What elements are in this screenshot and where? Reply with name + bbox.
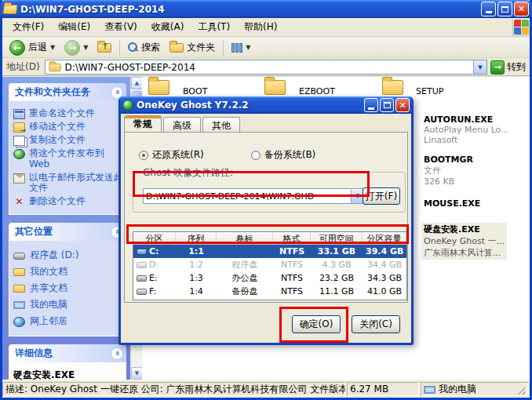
col-free[interactable]: 可用空间 — [311, 232, 363, 245]
task-label: 重命名这个文件 — [29, 108, 95, 119]
forward-dropdown-icon[interactable]: ▼ — [83, 44, 88, 51]
up-button[interactable]: ↑ — [93, 42, 115, 54]
partition-row-c[interactable]: C: 1:1 NTFS 33.1 GB 39.4 GB — [133, 245, 406, 258]
status-description: 描述: OneKey Ghost 一键还原 公司: 广东雨林木风计算机科技有限公… — [2, 382, 345, 396]
folder-icon-setup[interactable] — [382, 80, 403, 95]
toolbar-separator — [223, 40, 224, 56]
maximize-button[interactable] — [497, 2, 512, 16]
folders-button[interactable]: 文件夹 — [166, 39, 219, 56]
disk-icon — [13, 253, 25, 260]
folder-icon-boot[interactable] — [148, 80, 169, 95]
task-copy[interactable]: 复制这个文件 — [13, 135, 123, 146]
col-capacity[interactable]: 分区容量 — [363, 232, 406, 245]
place-program-disk[interactable]: 程序盘 (D:) — [13, 249, 123, 262]
task-label: 以电子邮件形式发送此文件 — [29, 173, 123, 195]
details-header[interactable]: 详细信息 » — [9, 344, 126, 362]
file-tasks-header[interactable]: 文件和文件夹任务 » — [9, 83, 126, 101]
partition-row-d[interactable]: D: 1:2 程序盘 NTFS 4.3 GB 34.4 GB — [133, 258, 406, 271]
menu-edit[interactable]: 编辑(E) — [51, 18, 97, 36]
dialog-titlebar[interactable]: OneKey Ghost Y7.2.2 ✕ — [120, 96, 412, 114]
onekey-app-icon — [122, 100, 133, 111]
task-email[interactable]: 以电子邮件形式发送此文件 — [13, 173, 123, 195]
back-button[interactable]: ← 后退 ▼ — [5, 38, 59, 57]
place-my-documents[interactable]: 我的文档 — [13, 265, 123, 278]
close-button[interactable]: ✕ — [514, 2, 529, 16]
folder-label-ezboot[interactable]: EZBOOT — [299, 86, 335, 96]
go-button[interactable]: → 转到 — [490, 60, 527, 75]
menu-help[interactable]: 帮助(H) — [237, 18, 284, 36]
search-icon — [128, 42, 138, 53]
minimize-icon — [486, 11, 492, 13]
task-delete[interactable]: ✕删除这个文件 — [13, 196, 123, 207]
menu-favorites[interactable]: 收藏(A) — [144, 18, 191, 36]
collapse-chevron-icon[interactable]: » — [111, 347, 123, 360]
window-titlebar[interactable]: D:\WIN7-GHOST-DEEP-2014 ✕ — [0, 0, 532, 18]
address-dropdown-icon[interactable]: ▼ — [473, 60, 486, 74]
open-button[interactable]: 打开(F) — [363, 187, 400, 205]
status-zone: 我的电脑 — [421, 382, 528, 396]
resize-grip[interactable] — [516, 385, 525, 395]
views-dropdown-icon[interactable]: ▼ — [246, 44, 250, 51]
task-publish-web[interactable]: 将这个文件发布到 Web — [13, 148, 123, 170]
forward-button[interactable]: → ▼ — [60, 38, 92, 57]
forward-icon: → — [64, 40, 80, 56]
partition-row-e[interactable]: E: 1:3 办公盘 NTFS 23.2 GB 34.3 GB — [133, 271, 406, 285]
dialog-minimize-button[interactable] — [364, 98, 378, 112]
tab-advanced[interactable]: 高级 — [163, 117, 201, 132]
menu-tools[interactable]: 工具(T) — [191, 18, 237, 36]
other-places-title: 其它位置 — [15, 225, 53, 238]
file-detail: 326 KB — [424, 176, 473, 187]
address-input[interactable]: D:\WIN7-GHOST-DEEP-2014 ▼ — [45, 60, 487, 75]
drive-icon — [137, 262, 147, 268]
minimize-button[interactable] — [481, 2, 496, 16]
task-move[interactable]: 移动这个文件 — [13, 122, 123, 133]
folder-label-boot[interactable]: BOOT — [183, 86, 207, 96]
search-label: 搜索 — [141, 41, 160, 54]
folder-label-setup[interactable]: SETUP — [416, 86, 443, 96]
folder-icon-ezboot[interactable] — [264, 80, 286, 95]
status-size: 6.27 MB — [347, 382, 419, 396]
restore-system-radio[interactable]: 还原系统(R) — [139, 148, 204, 162]
col-serial[interactable]: 序列 — [176, 232, 217, 245]
scroll-down-icon[interactable]: ▼ — [131, 367, 143, 380]
close-dialog-button[interactable]: 关闭(C) — [352, 315, 400, 333]
backup-system-radio[interactable]: 备份系统(B) — [251, 148, 316, 162]
back-label: 后退 — [28, 41, 47, 54]
file-detail: AutoPlay Menu Lo... — [424, 125, 509, 135]
views-button[interactable]: ▼ — [228, 42, 254, 54]
place-label: 共享文档 — [30, 282, 67, 295]
menu-view[interactable]: 查看(V) — [97, 18, 144, 36]
dialog-title: OneKey Ghost Y7.2.2 — [137, 100, 361, 111]
scroll-up-icon[interactable]: ▲ — [131, 77, 143, 89]
menu-file[interactable]: 文件(F) — [5, 18, 51, 36]
globe-icon — [13, 149, 25, 159]
tab-general[interactable]: 常规 — [124, 115, 162, 132]
dialog-maximize-button[interactable] — [380, 98, 394, 112]
file-item-autorun[interactable]: AUTORUN.EXE AutoPlay Menu Lo... Linasoft — [424, 115, 509, 145]
onekey-ghost-dialog: OneKey Ghost Y7.2.2 ✕ 常规 高级 其他 还原系统(R) 备… — [118, 96, 414, 345]
place-shared-documents[interactable]: 共享文档 — [13, 282, 123, 295]
windows-logo-icon — [512, 19, 530, 36]
dialog-tabs: 常规 高级 其他 — [124, 117, 242, 132]
file-item-hdd-install[interactable]: 硬盘安装.EXE OneKey Ghost 一... 广东雨林木风计算... — [421, 223, 507, 260]
place-network[interactable]: 网上邻居 — [13, 315, 123, 328]
file-tasks-title: 文件和文件夹任务 — [15, 85, 90, 99]
col-partition[interactable]: 分区 — [133, 232, 176, 245]
ok-button[interactable]: 确定(O) — [292, 315, 341, 333]
dialog-close-button[interactable]: ✕ — [395, 98, 410, 112]
tab-other[interactable]: 其他 — [202, 117, 240, 132]
col-format[interactable]: 格式 — [273, 232, 311, 245]
partition-row-f[interactable]: F: 1:4 备份盘 NTFS 11.1 GB 41.0 GB — [133, 285, 406, 298]
place-my-computer[interactable]: 我的电脑 — [13, 298, 123, 311]
search-button[interactable]: 搜索 — [124, 39, 164, 56]
file-item-bootmgr[interactable]: BOOTMGR 文件 326 KB — [424, 155, 473, 187]
image-path-combo[interactable]: D:\WIN7-GHOST-DEEP-2014\WIN7.GHD ▼ — [143, 188, 365, 204]
folders-label: 文件夹 — [187, 41, 215, 54]
task-rename[interactable]: 重命名这个文件 — [13, 108, 123, 119]
documents-folder-icon — [13, 268, 25, 276]
col-label[interactable]: 卷标 — [217, 232, 273, 245]
file-item-mouse[interactable]: MOUSE.EXE — [424, 198, 480, 209]
other-places-header[interactable]: 其它位置 » — [9, 223, 126, 241]
back-dropdown-icon[interactable]: ▼ — [50, 44, 55, 51]
partition-table: 分区 序列 卷标 格式 可用空间 分区容量 C: 1:1 NTFS 33.1 G… — [133, 231, 407, 300]
